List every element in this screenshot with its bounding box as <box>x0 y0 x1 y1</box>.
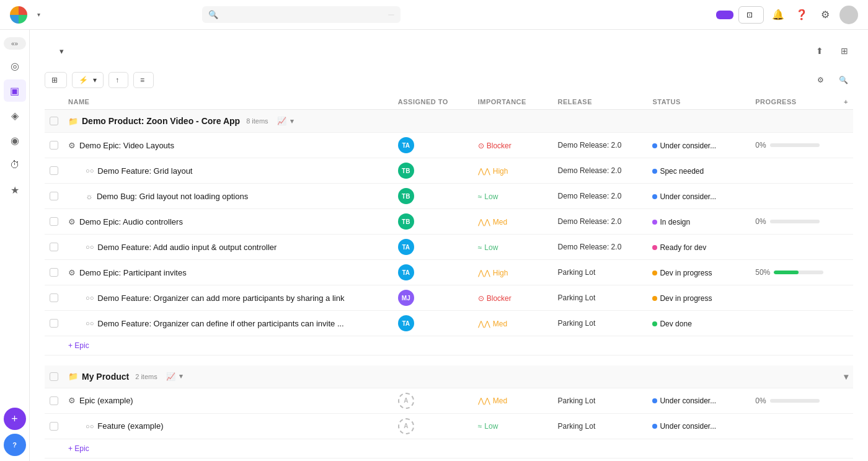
row-checkbox[interactable] <box>45 413 63 439</box>
create-button[interactable] <box>716 11 733 19</box>
sort-by-button[interactable]: ↑ <box>108 72 128 88</box>
row-progress <box>750 285 839 311</box>
row-importance: ⋀⋀ High <box>473 158 553 184</box>
customize-icon[interactable]: ⚙ <box>812 73 829 87</box>
sidebar-add-button[interactable]: + <box>4 408 26 430</box>
row-name: ○○ Demo Feature: Organizer can add more … <box>63 285 393 311</box>
row-status: Under consider... <box>647 184 750 209</box>
sidebar: «» ◎ ▣ ◈ ◉ ⏱ ★ + ? <box>0 30 30 461</box>
row-actions <box>839 235 853 260</box>
search-bar[interactable]: 🔍 <box>202 6 401 23</box>
page-title-row: ▾ ⬆ ⊞ <box>45 42 853 60</box>
hierarchy-icon: ⚡ <box>79 76 88 84</box>
search-shortcut <box>388 14 394 16</box>
table-row: ○○ Demo Feature: Organizer can add more … <box>45 285 853 311</box>
content-area: ▾ ⬆ ⊞ ⊞ ⚡ ▾ ↑ ≡ <box>30 30 868 461</box>
sidebar-collapse-button[interactable]: «» <box>4 37 26 50</box>
help-icon[interactable]: ❓ <box>792 6 811 24</box>
row-name: ⚙ Demo Epic: Video Layouts <box>63 133 393 158</box>
row-status: Under consider... <box>647 133 750 158</box>
col-status-header: STATUS <box>647 94 750 110</box>
row-actions <box>839 388 853 413</box>
sidebar-item-board[interactable]: ▣ <box>4 79 26 102</box>
filter-icon: ≡ <box>140 76 144 84</box>
company-name-button[interactable]: ▾ <box>35 11 40 18</box>
table-row: ○○ Demo Feature: Organizer can define if… <box>45 311 853 336</box>
row-checkbox[interactable] <box>45 235 63 260</box>
row-release: Parking Lot <box>553 413 648 439</box>
notifications-icon[interactable]: 🔔 <box>769 6 787 24</box>
add-epic-row[interactable]: + Epic <box>45 439 853 458</box>
sidebar-item-backlog[interactable]: ◉ <box>4 129 26 151</box>
sidebar-item-favorites[interactable]: ★ <box>4 179 26 201</box>
row-actions <box>839 133 853 158</box>
row-status: In design <box>647 209 750 235</box>
row-release: Parking Lot <box>553 285 648 311</box>
table-row: ⚙ Demo Epic: Participant invites TA ⋀⋀ H… <box>45 260 853 285</box>
hierarchy-button[interactable]: ⚡ ▾ <box>72 72 104 88</box>
row-progress: 0% <box>750 209 839 235</box>
row-importance: ⋀⋀ Med <box>473 311 553 336</box>
page-header: ▾ ⬆ ⊞ <box>30 30 868 72</box>
product-header-row: 📁 Demo Product: Zoon Video - Core App 8 … <box>45 110 853 133</box>
row-checkbox[interactable] <box>45 285 63 311</box>
row-checkbox[interactable] <box>45 260 63 285</box>
row-progress <box>750 184 839 209</box>
row-assigned: A <box>393 413 473 439</box>
row-importance: ≈ Low <box>473 235 553 260</box>
row-assigned: TA <box>393 260 473 285</box>
col-importance-header: IMPORTANCE <box>473 94 553 110</box>
filters-button[interactable]: ≡ <box>133 72 154 88</box>
product-checkbox[interactable] <box>45 110 63 133</box>
row-checkbox[interactable] <box>45 184 63 209</box>
row-importance: ⋀⋀ Med <box>473 388 553 413</box>
add-epic-row[interactable]: + Epic <box>45 336 853 356</box>
collapse-icon[interactable]: ▾ <box>844 372 848 382</box>
row-assigned: TA <box>393 235 473 260</box>
sidebar-help-button[interactable]: ? <box>4 434 26 456</box>
group-by-button[interactable]: ⊞ <box>45 72 67 88</box>
avatar[interactable] <box>839 6 858 24</box>
portal-button[interactable]: ⊡ <box>738 6 764 24</box>
backlog-table: NAME ASSIGNED TO IMPORTANCE RELEASE STAT… <box>45 94 853 459</box>
sidebar-item-timer[interactable]: ⏱ <box>4 154 26 176</box>
row-assigned: MJ <box>393 285 473 311</box>
row-importance: ⋀⋀ Med <box>473 209 553 235</box>
row-importance: ⋀⋀ High <box>473 260 553 285</box>
row-release: Parking Lot <box>553 311 648 336</box>
col-add-header[interactable]: + <box>839 94 853 110</box>
settings-icon[interactable]: ⚙ <box>816 6 835 24</box>
product-checkbox[interactable] <box>45 365 63 388</box>
row-checkbox[interactable] <box>45 311 63 336</box>
row-status: Dev in progress <box>647 285 750 311</box>
main-layout: «» ◎ ▣ ◈ ◉ ⏱ ★ + ? ▾ ⬆ ⊞ <box>0 30 868 461</box>
product-name: 📁 My Product 2 items 📈 ▾ <box>63 365 393 388</box>
topnav-actions: ⊡ 🔔 ❓ ⚙ <box>716 6 858 24</box>
row-release: Demo Release: 2.0 <box>553 235 648 260</box>
row-actions <box>839 184 853 209</box>
col-progress-header: PROGRESS <box>750 94 839 110</box>
sidebar-item-goals[interactable]: ◎ <box>4 55 26 77</box>
row-assigned: TA <box>393 311 473 336</box>
chevron-down-icon: ▾ <box>37 11 40 18</box>
topnav: ▾ 🔍 ⊡ 🔔 ❓ ⚙ <box>0 0 868 30</box>
row-checkbox[interactable] <box>45 133 63 158</box>
group-by-icon: ⊞ <box>51 76 58 84</box>
share-icon[interactable]: ⬆ <box>811 42 828 60</box>
expand-icon[interactable]: ⊞ <box>836 42 853 60</box>
search-icon[interactable]: 🔍 <box>834 73 853 87</box>
col-release-header: RELEASE <box>553 94 648 110</box>
table-row: ☼ Demo Bug: Grid layout not loading opti… <box>45 184 853 209</box>
actions-button[interactable]: ▾ <box>52 44 69 58</box>
row-progress: 0% <box>750 388 839 413</box>
row-checkbox[interactable] <box>45 388 63 413</box>
add-column-button[interactable] <box>797 77 807 83</box>
row-status: Under consider... <box>647 388 750 413</box>
row-release: Demo Release: 2.0 <box>553 184 648 209</box>
sidebar-item-features[interactable]: ◈ <box>4 104 26 127</box>
row-release: Demo Release: 2.0 <box>553 158 648 184</box>
portal-icon: ⊡ <box>746 11 753 19</box>
row-checkbox[interactable] <box>45 209 63 235</box>
row-name: ⚙ Demo Epic: Audio controllers <box>63 209 393 235</box>
row-checkbox[interactable] <box>45 158 63 184</box>
